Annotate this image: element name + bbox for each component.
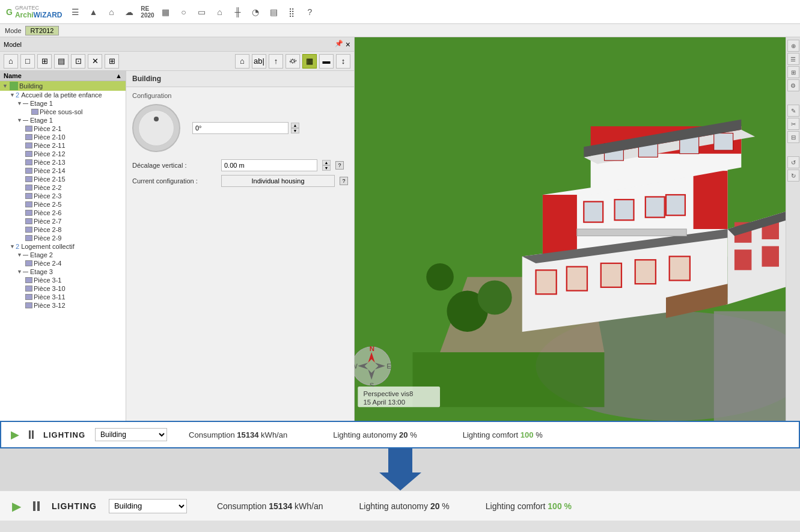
voffset-up[interactable]: ▲ [322,160,331,165]
toolbar-btn-13[interactable]: ▬ [319,54,334,69]
tool-btn-5[interactable]: ✎ [787,105,799,117]
toolbar-btn-10[interactable]: ↑ [269,54,283,69]
dial-inner [138,110,174,146]
tool-btn-9[interactable]: ↻ [787,170,799,182]
svg-rect-21 [646,197,665,217]
hamburger-icon[interactable]: ☰ [69,6,81,18]
list-item[interactable]: Pièce 2-6 [0,209,126,217]
list-item[interactable]: Pièce 2-8 [0,225,126,234]
tree-item-etage3[interactable]: ▼ — Etage 3 [0,268,126,276]
tool-btn-8[interactable]: ↺ [787,156,799,168]
list-item[interactable]: Pièce 3-1 [0,276,126,284]
panel-close[interactable]: × [346,40,350,49]
svg-rect-30 [714,133,733,150]
properties-section: Configuration [126,87,354,195]
building-icon[interactable]: ⌂ [213,6,225,18]
play-button[interactable]: ▶ [11,428,19,441]
toolbar-btn-3[interactable]: ⊞ [37,54,52,69]
main-area: Model 📌 × ⌂ □ ⊞ ▤ ⊡ ✕ ⊞ ⌂ [0,37,800,421]
toolbar-btn-14[interactable]: ↕ [336,54,350,69]
list-item[interactable]: Pièce 3-11 [0,293,126,301]
toolbar-btn-7[interactable]: ⊞ [105,54,119,69]
tree-item-logement[interactable]: ▼ 2 Logement collectif [0,242,126,251]
toolbar-btn-4[interactable]: ▤ [54,54,69,69]
panel-pin[interactable]: 📌 [335,40,343,49]
angle-spinner[interactable]: ▲ ▼ [291,123,299,133]
list-item[interactable]: Pièce 2-3 [0,192,126,200]
autonomy-unit: % [410,430,417,439]
list-item[interactable]: Pièce 2-5 [0,200,126,209]
list-item[interactable]: Pièce 2-13 [0,158,126,167]
circle-icon[interactable]: ○ [177,6,189,18]
bottom-play-button[interactable]: ▶ [12,499,21,513]
vertical-offset-spinner[interactable]: ▲ ▼ [322,160,331,171]
consumption-stat: Consumption 15134 kWh/an [189,430,287,439]
list-item[interactable]: Pièce 2-2 [0,183,126,192]
list-item[interactable]: Pièce 2-11 [0,141,126,150]
tree-item-etage1a[interactable]: ▼ — Etage 1 [0,99,126,108]
bottom-comfort-unit: % [564,501,572,511]
angle-up[interactable]: ▲ [291,123,299,128]
viewport-3d[interactable]: N S E W Perspective vis8 15 April 13:00 [355,37,786,421]
list-item[interactable]: Pièce 3-12 [0,301,126,310]
list-item[interactable]: Pièce 3-10 [0,284,126,293]
tree-header: Name ▲ [0,71,126,81]
config-help[interactable]: ? [340,177,348,185]
pause-button[interactable] [29,430,34,439]
list-item[interactable]: Pièce 2-1 [0,124,126,133]
toolbar-btn-6[interactable]: ✕ [88,54,102,69]
lighting-scope-select[interactable]: Building Logement collectif Accueil de l… [95,428,167,441]
svg-rect-4 [412,352,604,407]
toolbar-btn-2[interactable]: □ [20,54,35,69]
angle-input[interactable] [192,122,289,134]
bottom-pause-button[interactable] [33,501,40,511]
bottom-scope-select[interactable]: Building Logement collectif [109,499,187,513]
toolbar-btn-11[interactable]: ⛮ [285,54,300,69]
apps-icon[interactable]: ⣿ [285,6,298,18]
tool-btn-3[interactable]: ⊞ [787,66,799,78]
tree-item-etage1b[interactable]: ▼ — Etage 1 [0,116,126,124]
house-icon[interactable]: ⌂ [105,6,117,18]
re2020-icon[interactable]: RE2020 [141,6,153,18]
angle-down[interactable]: ▼ [291,128,299,133]
orientation-dial[interactable] [132,104,180,152]
screenshot: G GRAITEC ArchiWiZARD ☰ ▲ ⌂ ☁ RE2020 ▦ ○… [0,0,800,532]
toolbar-btn-8[interactable]: ⌂ [235,54,249,69]
list-item[interactable]: Pièce 2-12 [0,150,126,158]
lighting-bar-highlighted: ▶ LIGHTING Building Logement collectif A… [0,421,800,448]
list-item[interactable]: Pièce 2-9 [0,234,126,242]
vertical-offset-input[interactable] [221,159,317,171]
cloud-icon[interactable]: ☁ [123,6,135,18]
tool-btn-4[interactable]: ⚙ [787,79,799,91]
triangle-icon[interactable]: ▲ [87,6,99,18]
tree-item-etage2[interactable]: ▼ — Etage 2 [0,251,126,259]
vertical-offset-label: Décalage vertical : [132,162,216,169]
vertical-offset-help[interactable]: ? [335,161,344,170]
list-item[interactable]: Pièce 2-7 [0,217,126,225]
tree-item-accueil[interactable]: ▼ 2 Accueil de la petite enfance [0,91,126,99]
chart-icon[interactable]: ╫ [231,6,243,18]
clock-icon[interactable]: ◔ [249,6,261,18]
tree-item-piece-sous-sol[interactable]: Pièce sous-sol [0,108,126,116]
tool-btn-7[interactable]: ⊟ [787,131,799,143]
list-item[interactable]: Pièce 2-4 [0,259,126,268]
toolbar-btn-5[interactable]: ⊡ [71,54,85,69]
toolbar-btn-9[interactable]: ab| [252,54,266,69]
mode-tab-rt2012[interactable]: RT2012 [25,26,60,35]
table-icon[interactable]: ▤ [267,6,279,18]
angle-input-row: ▲ ▼ [192,122,299,134]
grid-icon[interactable]: ▦ [159,6,171,18]
toolbar-btn-1[interactable]: ⌂ [4,54,18,69]
voffset-down[interactable]: ▼ [322,165,331,171]
toolbar-btn-12[interactable]: ▦ [302,54,317,69]
tool-btn-1[interactable]: ⊕ [787,40,799,52]
layers-icon[interactable]: ▭ [195,6,207,18]
tool-btn-6[interactable]: ✂ [787,118,799,130]
list-item[interactable]: Pièce 2-10 [0,133,126,141]
list-item[interactable]: Pièce 2-15 [0,175,126,183]
list-item[interactable]: Pièce 2-14 [0,167,126,175]
config-button[interactable]: Individual housing [221,175,335,187]
help-icon[interactable]: ? [304,6,316,18]
tree-item-building[interactable]: ▼ Building [0,81,126,91]
tool-btn-2[interactable]: ☰ [787,53,799,65]
